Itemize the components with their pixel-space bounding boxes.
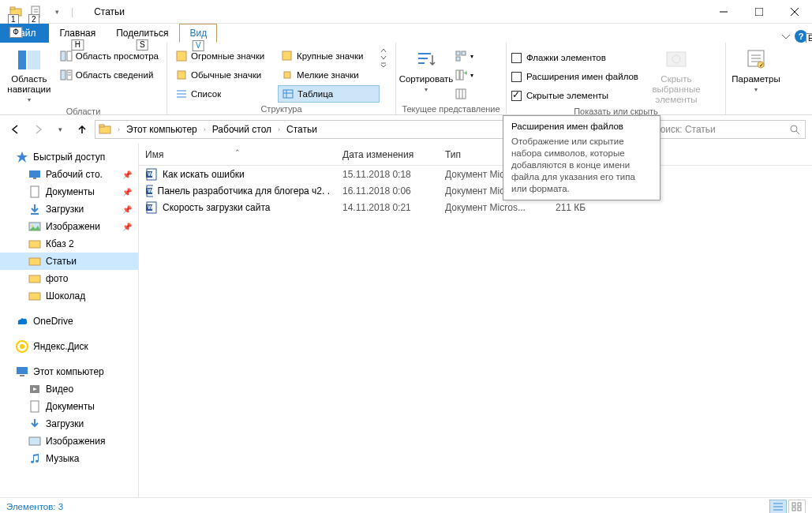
options-button[interactable]: ✓ Параметры ▾: [731, 44, 781, 95]
sort-label: Сортировать: [399, 74, 454, 84]
help-button[interactable]: ? E: [795, 30, 807, 43]
hidden-items-checkbox[interactable]: Скрытые элементы: [511, 87, 638, 104]
svg-rect-33: [456, 57, 460, 61]
quick-access-toolbar: 1 2 ▾: [0, 3, 66, 21]
svg-rect-62: [20, 375, 24, 376]
tooltip-extensions: Расширения имен файлов Отображение или с…: [503, 115, 660, 200]
scroll-up-icon[interactable]: [380, 47, 387, 54]
small-icons-button[interactable]: Мелкие значки: [278, 66, 380, 84]
details-view-button[interactable]: [769, 500, 787, 514]
item-checkboxes-checkbox[interactable]: Флажки элементов: [511, 49, 638, 66]
sidebar-item-articles[interactable]: Статьи: [0, 253, 138, 270]
file-row[interactable]: WКак искать ошибки 15.11.2018 0:18 Докум…: [139, 166, 812, 182]
svg-rect-32: [462, 51, 466, 55]
sidebar-quick-access[interactable]: Быстрый доступ: [0, 148, 138, 166]
qat-folder-icon[interactable]: 1: [6, 3, 25, 21]
sidebar-pc-images[interactable]: Изображения: [0, 432, 138, 450]
tab-home[interactable]: Главная H: [51, 24, 106, 43]
svg-rect-17: [177, 51, 186, 61]
ribbon-tabs: Файл Ф Главная H Поделиться S Вид V ? E: [0, 24, 812, 43]
sidebar-this-pc[interactable]: Этот компьютер: [0, 363, 138, 380]
sidebar-item-photo[interactable]: фото: [0, 270, 138, 287]
svg-rect-55: [29, 241, 40, 248]
forward-button[interactable]: [28, 120, 47, 139]
tooltip-body: Отображение или скрытие набора символов,…: [511, 136, 652, 195]
huge-icons-button[interactable]: Огромные значки: [172, 47, 278, 65]
group-by-button[interactable]: ▾: [451, 47, 477, 65]
file-extensions-checkbox[interactable]: Расширения имен файлов: [511, 68, 638, 85]
sidebar-yandex[interactable]: Яндекс.Диск: [0, 338, 138, 355]
sidebar-item-desktop[interactable]: Рабочий сто.📌: [0, 166, 138, 183]
file-tab[interactable]: Файл Ф: [0, 24, 49, 43]
title-bar: 1 2 ▾ | Статьи: [0, 0, 812, 24]
svg-rect-9: [18, 51, 26, 69]
up-button[interactable]: [73, 120, 92, 139]
back-button[interactable]: [6, 120, 25, 139]
tab-home-label: Главная: [60, 28, 96, 39]
recent-dropdown[interactable]: ▾: [51, 120, 69, 139]
svg-rect-13: [61, 70, 65, 80]
close-button[interactable]: [776, 0, 812, 24]
tab-view[interactable]: Вид V: [179, 24, 217, 43]
svg-rect-50: [33, 178, 36, 179]
sidebar-item-downloads[interactable]: Загрузки📌: [0, 200, 138, 218]
qat-dropdown[interactable]: ▾: [47, 3, 66, 21]
thumbnail-view-button[interactable]: [788, 500, 806, 514]
svg-rect-65: [29, 437, 40, 445]
svg-text:W: W: [148, 188, 153, 193]
crumb-current[interactable]: Статьи: [286, 124, 317, 135]
file-row[interactable]: WСкорость загрузки сайта 14.11.2018 0:21…: [139, 199, 812, 215]
maximize-button[interactable]: [741, 0, 776, 24]
tab-share[interactable]: Поделиться S: [107, 24, 178, 43]
sidebar-pc-video[interactable]: Видео: [0, 380, 138, 398]
status-bar: Элементов: 3: [0, 497, 812, 513]
sidebar-item-images[interactable]: Изображени📌: [0, 218, 138, 235]
sidebar-pc-documents[interactable]: Документы: [0, 398, 138, 415]
svg-rect-22: [283, 51, 291, 60]
scroll-down-icon[interactable]: [380, 54, 387, 61]
svg-rect-40: [667, 52, 686, 66]
sidebar-item-documents[interactable]: Документы📌: [0, 183, 138, 200]
fit-columns-button[interactable]: [451, 85, 477, 103]
svg-rect-11: [61, 51, 65, 61]
ribbon: Область навигации ▾ Область просмотра Об…: [0, 43, 812, 115]
col-name[interactable]: Имя⌃: [139, 149, 336, 160]
file-row[interactable]: WПанель разработчика для блогера ч2. . 1…: [139, 182, 812, 199]
group-layout: Огромные значки Обычные значки Список Кр…: [167, 43, 396, 114]
svg-text:✓: ✓: [759, 62, 764, 68]
svg-rect-6: [755, 8, 763, 16]
collapse-ribbon-icon[interactable]: [782, 32, 790, 40]
crumb-pc[interactable]: Этот компьютер: [126, 124, 197, 135]
normal-icons-button[interactable]: Обычные значки: [172, 66, 278, 84]
sidebar-pc-music[interactable]: Музыка: [0, 450, 138, 467]
keytip-home: H: [72, 39, 84, 51]
address-bar-row: ▾ › Этот компьютер › Рабочий стол › Стат…: [0, 115, 812, 144]
qat-properties-icon[interactable]: 2: [27, 3, 46, 21]
crumb-desktop[interactable]: Рабочий стол: [212, 124, 271, 135]
list-button[interactable]: Список: [172, 85, 278, 103]
sidebar-item-kbaz[interactable]: Кбаз 2: [0, 235, 138, 253]
svg-rect-23: [284, 72, 290, 78]
expand-icon[interactable]: [380, 62, 387, 68]
sidebar-onedrive[interactable]: OneDrive: [0, 313, 138, 330]
group-show-hide: Флажки элементов Расширения имен файлов …: [507, 43, 726, 114]
svg-point-47: [791, 125, 797, 132]
sidebar-pc-downloads[interactable]: Загрузки: [0, 415, 138, 432]
svg-rect-18: [178, 71, 185, 79]
svg-rect-57: [29, 275, 40, 283]
group-panes: Область навигации ▾ Область просмотра Об…: [0, 43, 167, 114]
sort-button[interactable]: Сортировать ▾: [401, 44, 451, 95]
col-date[interactable]: Дата изменения: [336, 149, 439, 160]
nav-pane-button[interactable]: Область навигации ▾: [5, 44, 54, 105]
details-pane-label: Область сведений: [76, 70, 154, 80]
navigation-sidebar: Быстрый доступ Рабочий сто.📌 Документы📌 …: [0, 144, 139, 497]
large-icons-button[interactable]: Крупные значки: [278, 47, 380, 65]
table-button[interactable]: Таблица: [278, 85, 380, 103]
sidebar-item-chocolate[interactable]: Шоколад: [0, 287, 138, 305]
minimize-button[interactable]: [705, 0, 741, 24]
hide-selected-button: Скрыть выбранные элементы: [645, 44, 708, 105]
word-icon: W: [145, 185, 153, 197]
details-pane-button[interactable]: Область сведений: [57, 66, 162, 84]
add-columns-button[interactable]: +▾: [451, 66, 477, 84]
search-input[interactable]: Поиск: Статьи Поиск: Статьи: [648, 120, 806, 139]
